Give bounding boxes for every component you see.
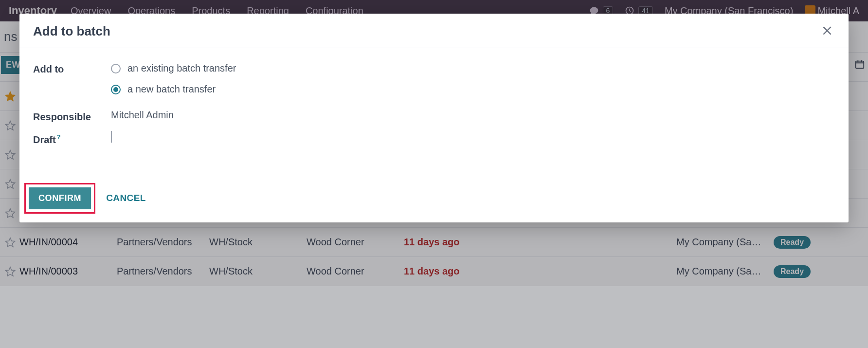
help-icon[interactable]: ?	[57, 133, 61, 141]
responsible-value[interactable]: Mitchell Admin	[111, 110, 835, 121]
modal-footer: CONFIRM CANCEL	[19, 174, 849, 222]
draft-checkbox[interactable]	[111, 131, 112, 143]
add-to-batch-modal: Add to batch Add to an existing batch tr…	[19, 14, 849, 222]
confirm-highlight: CONFIRM	[24, 183, 95, 214]
modal-title: Add to batch	[33, 24, 110, 39]
confirm-button[interactable]: CONFIRM	[29, 187, 91, 209]
close-button[interactable]	[819, 23, 835, 39]
radio-existing-label: an existing batch transfer	[127, 63, 236, 74]
modal-header: Add to batch	[19, 14, 849, 48]
close-icon	[821, 24, 833, 37]
responsible-label: Responsible	[33, 110, 111, 123]
radio-icon	[111, 85, 121, 94]
radio-new-batch[interactable]: a new batch transfer	[111, 84, 835, 95]
modal-body: Add to an existing batch transfer a new …	[19, 48, 849, 174]
cancel-button[interactable]: CANCEL	[106, 193, 146, 203]
radio-icon	[111, 64, 121, 73]
add-to-label: Add to	[33, 62, 111, 75]
radio-new-label: a new batch transfer	[127, 84, 216, 95]
radio-existing-batch[interactable]: an existing batch transfer	[111, 63, 835, 74]
draft-label: Draft?	[33, 131, 111, 146]
